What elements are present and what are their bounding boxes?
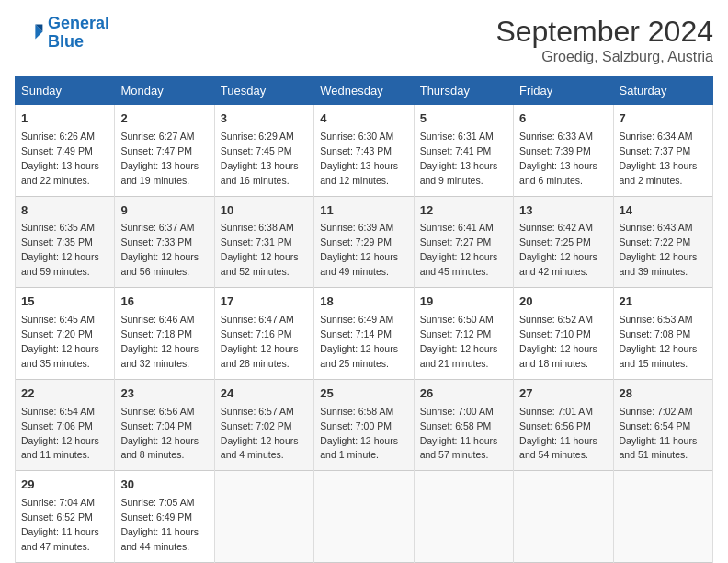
week-row-1: 1Sunrise: 6:26 AM Sunset: 7:49 PM Daylig…: [16, 105, 713, 197]
day-number: 28: [620, 385, 707, 403]
day-cell: 3Sunrise: 6:29 AM Sunset: 7:45 PM Daylig…: [214, 105, 313, 197]
calendar-table: SundayMondayTuesdayWednesdayThursdayFrid…: [15, 76, 713, 563]
day-info: Sunrise: 6:26 AM Sunset: 7:49 PM Dayligh…: [21, 131, 99, 186]
day-cell: 28Sunrise: 7:02 AM Sunset: 6:54 PM Dayli…: [613, 379, 712, 471]
day-cell: 30Sunrise: 7:05 AM Sunset: 6:49 PM Dayli…: [115, 471, 214, 563]
day-cell: 23Sunrise: 6:56 AM Sunset: 7:04 PM Dayli…: [115, 379, 214, 471]
day-info: Sunrise: 7:04 AM Sunset: 6:52 PM Dayligh…: [21, 497, 99, 552]
day-cell: 27Sunrise: 7:01 AM Sunset: 6:56 PM Dayli…: [514, 379, 613, 471]
day-number: 12: [420, 202, 507, 220]
week-row-5: 29Sunrise: 7:04 AM Sunset: 6:52 PM Dayli…: [16, 471, 713, 563]
logo-text: General Blue: [48, 15, 109, 52]
day-cell: [414, 471, 513, 563]
day-cell: 7Sunrise: 6:34 AM Sunset: 7:37 PM Daylig…: [613, 105, 712, 197]
logo-line1: General: [48, 14, 109, 32]
day-cell: 8Sunrise: 6:35 AM Sunset: 7:35 PM Daylig…: [16, 196, 115, 288]
day-info: Sunrise: 6:58 AM Sunset: 7:00 PM Dayligh…: [320, 406, 398, 461]
day-info: Sunrise: 6:49 AM Sunset: 7:14 PM Dayligh…: [320, 314, 398, 369]
location: Groedig, Salzburg, Austria: [495, 49, 713, 65]
day-cell: 2Sunrise: 6:27 AM Sunset: 7:47 PM Daylig…: [115, 105, 214, 197]
day-number: 16: [120, 293, 208, 311]
day-cell: [514, 471, 613, 563]
day-cell: 25Sunrise: 6:58 AM Sunset: 7:00 PM Dayli…: [314, 379, 414, 471]
col-header-tuesday: Tuesday: [214, 77, 313, 105]
day-cell: 1Sunrise: 6:26 AM Sunset: 7:49 PM Daylig…: [16, 105, 115, 197]
day-number: 27: [519, 385, 607, 403]
day-cell: 14Sunrise: 6:43 AM Sunset: 7:22 PM Dayli…: [613, 196, 712, 288]
day-cell: 17Sunrise: 6:47 AM Sunset: 7:16 PM Dayli…: [214, 288, 313, 380]
week-row-3: 15Sunrise: 6:45 AM Sunset: 7:20 PM Dayli…: [16, 288, 713, 380]
day-cell: 11Sunrise: 6:39 AM Sunset: 7:29 PM Dayli…: [314, 196, 414, 288]
col-header-wednesday: Wednesday: [314, 77, 414, 105]
day-info: Sunrise: 6:52 AM Sunset: 7:10 PM Dayligh…: [519, 314, 597, 369]
day-number: 21: [620, 293, 707, 311]
day-number: 13: [519, 202, 607, 220]
month-title: September 2024: [495, 15, 713, 49]
title-block: September 2024 Groedig, Salzburg, Austri…: [495, 15, 713, 65]
day-number: 25: [320, 385, 407, 403]
col-header-sunday: Sunday: [16, 77, 115, 105]
day-cell: 19Sunrise: 6:50 AM Sunset: 7:12 PM Dayli…: [414, 288, 513, 380]
day-cell: 22Sunrise: 6:54 AM Sunset: 7:06 PM Dayli…: [16, 379, 115, 471]
day-cell: 26Sunrise: 7:00 AM Sunset: 6:58 PM Dayli…: [414, 379, 513, 471]
day-cell: 16Sunrise: 6:46 AM Sunset: 7:18 PM Dayli…: [115, 288, 214, 380]
week-row-2: 8Sunrise: 6:35 AM Sunset: 7:35 PM Daylig…: [16, 196, 713, 288]
day-number: 2: [120, 110, 208, 128]
day-number: 3: [221, 110, 308, 128]
logo-line2: Blue: [48, 32, 84, 51]
day-info: Sunrise: 6:39 AM Sunset: 7:29 PM Dayligh…: [320, 222, 398, 277]
day-info: Sunrise: 6:34 AM Sunset: 7:37 PM Dayligh…: [620, 131, 698, 186]
day-cell: 5Sunrise: 6:31 AM Sunset: 7:41 PM Daylig…: [414, 105, 513, 197]
day-info: Sunrise: 7:05 AM Sunset: 6:49 PM Dayligh…: [120, 497, 199, 552]
day-number: 8: [21, 202, 108, 220]
day-number: 9: [120, 202, 208, 220]
day-info: Sunrise: 6:27 AM Sunset: 7:47 PM Dayligh…: [120, 131, 199, 186]
day-info: Sunrise: 6:37 AM Sunset: 7:33 PM Dayligh…: [120, 222, 199, 277]
day-cell: 20Sunrise: 6:52 AM Sunset: 7:10 PM Dayli…: [514, 288, 613, 380]
col-header-monday: Monday: [115, 77, 214, 105]
day-info: Sunrise: 6:41 AM Sunset: 7:27 PM Dayligh…: [420, 222, 498, 277]
day-info: Sunrise: 7:02 AM Sunset: 6:54 PM Dayligh…: [620, 406, 698, 461]
day-number: 23: [120, 385, 208, 403]
day-cell: 9Sunrise: 6:37 AM Sunset: 7:33 PM Daylig…: [115, 196, 214, 288]
day-cell: 21Sunrise: 6:53 AM Sunset: 7:08 PM Dayli…: [613, 288, 712, 380]
day-cell: 29Sunrise: 7:04 AM Sunset: 6:52 PM Dayli…: [16, 471, 115, 563]
day-cell: 12Sunrise: 6:41 AM Sunset: 7:27 PM Dayli…: [414, 196, 513, 288]
day-number: 17: [221, 293, 308, 311]
day-info: Sunrise: 6:35 AM Sunset: 7:35 PM Dayligh…: [21, 222, 99, 277]
col-header-saturday: Saturday: [613, 77, 712, 105]
day-cell: [214, 471, 313, 563]
week-row-4: 22Sunrise: 6:54 AM Sunset: 7:06 PM Dayli…: [16, 379, 713, 471]
day-cell: 15Sunrise: 6:45 AM Sunset: 7:20 PM Dayli…: [16, 288, 115, 380]
day-cell: 6Sunrise: 6:33 AM Sunset: 7:39 PM Daylig…: [514, 105, 613, 197]
day-cell: 18Sunrise: 6:49 AM Sunset: 7:14 PM Dayli…: [314, 288, 414, 380]
day-number: 7: [620, 110, 707, 128]
day-info: Sunrise: 6:50 AM Sunset: 7:12 PM Dayligh…: [420, 314, 498, 369]
day-number: 1: [21, 110, 108, 128]
header-row: SundayMondayTuesdayWednesdayThursdayFrid…: [16, 77, 713, 105]
day-number: 11: [320, 202, 407, 220]
day-number: 10: [221, 202, 308, 220]
day-number: 5: [420, 110, 507, 128]
day-number: 18: [320, 293, 407, 311]
day-info: Sunrise: 6:31 AM Sunset: 7:41 PM Dayligh…: [420, 131, 498, 186]
col-header-thursday: Thursday: [414, 77, 513, 105]
day-number: 22: [21, 385, 108, 403]
day-number: 6: [519, 110, 607, 128]
day-number: 26: [420, 385, 507, 403]
day-info: Sunrise: 6:57 AM Sunset: 7:02 PM Dayligh…: [221, 406, 299, 461]
day-info: Sunrise: 7:00 AM Sunset: 6:58 PM Dayligh…: [420, 406, 498, 461]
day-cell: [314, 471, 414, 563]
day-number: 15: [21, 293, 108, 311]
day-cell: 24Sunrise: 6:57 AM Sunset: 7:02 PM Dayli…: [214, 379, 313, 471]
day-info: Sunrise: 6:43 AM Sunset: 7:22 PM Dayligh…: [620, 222, 698, 277]
day-number: 19: [420, 293, 507, 311]
day-info: Sunrise: 6:45 AM Sunset: 7:20 PM Dayligh…: [21, 314, 99, 369]
day-info: Sunrise: 7:01 AM Sunset: 6:56 PM Dayligh…: [519, 406, 597, 461]
day-cell: [613, 471, 712, 563]
day-cell: 4Sunrise: 6:30 AM Sunset: 7:43 PM Daylig…: [314, 105, 414, 197]
col-header-friday: Friday: [514, 77, 613, 105]
day-info: Sunrise: 6:30 AM Sunset: 7:43 PM Dayligh…: [320, 131, 398, 186]
day-info: Sunrise: 6:29 AM Sunset: 7:45 PM Dayligh…: [221, 131, 299, 186]
day-info: Sunrise: 6:46 AM Sunset: 7:18 PM Dayligh…: [120, 314, 199, 369]
